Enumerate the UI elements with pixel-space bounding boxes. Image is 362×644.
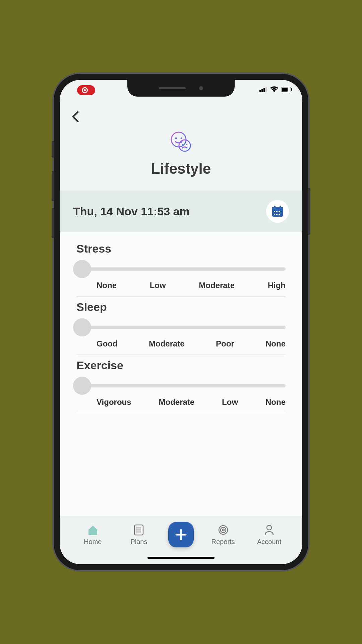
slider-mark: Low [150, 281, 166, 290]
chevron-left-icon [72, 111, 80, 122]
phone-side-button [52, 171, 54, 201]
svg-point-32 [267, 525, 272, 530]
date-row: Thu, 14 Nov 11:53 am [60, 191, 302, 232]
svg-point-12 [186, 144, 187, 145]
signal-icon [259, 86, 267, 94]
slider-mark: None [265, 339, 286, 348]
record-icon [82, 87, 88, 93]
svg-point-31 [222, 529, 224, 531]
slider-mark: None [97, 281, 117, 290]
svg-rect-21 [276, 214, 278, 215]
add-button[interactable] [168, 522, 194, 547]
slider-mark: Poor [216, 339, 234, 348]
nav-label: Home [84, 538, 102, 546]
slider-mark: Low [222, 397, 238, 407]
slider-mark: None [265, 397, 286, 407]
battery-icon [282, 86, 292, 94]
slider-thumb[interactable] [73, 377, 91, 395]
nav-plans[interactable]: Plans [122, 524, 156, 546]
exercise-slider[interactable] [76, 377, 286, 394]
home-icon [87, 524, 99, 536]
nav-label: Account [257, 538, 281, 546]
back-button[interactable] [69, 110, 82, 123]
slider-mark: Moderate [149, 339, 185, 348]
svg-point-8 [175, 138, 177, 139]
svg-point-30 [221, 527, 226, 533]
calendar-icon [271, 205, 284, 218]
slider-thumb[interactable] [73, 260, 91, 278]
nav-label: Plans [130, 538, 147, 546]
svg-rect-3 [265, 87, 267, 92]
svg-rect-22 [279, 214, 280, 215]
svg-rect-1 [261, 89, 263, 92]
slider-label: Sleep [76, 301, 286, 314]
nav-label: Reports [212, 538, 235, 546]
slider-mark: Vigorous [97, 397, 131, 407]
exercise-slider-group: Exercise Vigorous Moderate Low None [76, 359, 286, 413]
svg-rect-5 [282, 88, 288, 92]
phone-side-button [52, 208, 54, 238]
nav-account[interactable]: Account [252, 524, 286, 546]
slider-mark: Good [97, 339, 118, 348]
slider-mark: Moderate [159, 397, 194, 407]
svg-rect-19 [279, 211, 280, 212]
sleep-slider[interactable] [76, 319, 286, 336]
date-text: Thu, 14 Nov 11:53 am [73, 205, 190, 218]
svg-rect-20 [274, 214, 275, 215]
svg-rect-2 [263, 88, 265, 92]
stress-slider-group: Stress None Low Moderate High [76, 242, 286, 297]
stress-slider[interactable] [76, 261, 286, 277]
mood-icon [169, 130, 193, 154]
slider-mark: Moderate [199, 281, 235, 290]
svg-point-11 [182, 144, 183, 145]
nav-reports[interactable]: Reports [206, 524, 240, 546]
slider-thumb[interactable] [73, 318, 91, 336]
home-indicator[interactable] [147, 557, 215, 559]
slider-label: Stress [76, 242, 286, 255]
sleep-slider-group: Sleep Good Moderate Poor None [76, 301, 286, 355]
notch [127, 80, 235, 97]
svg-rect-17 [274, 211, 275, 212]
svg-rect-14 [272, 207, 283, 210]
nav-home[interactable]: Home [76, 524, 110, 546]
screen: Lifestyle Thu, 14 Nov 11:53 am [60, 80, 302, 564]
content: Stress None Low Moderate High Sleep [60, 232, 302, 516]
page-title: Lifestyle [66, 160, 296, 177]
slider-mark: High [268, 281, 286, 290]
recording-pill[interactable] [77, 85, 95, 95]
svg-rect-6 [291, 88, 292, 91]
phone-side-button [52, 141, 54, 158]
calendar-button[interactable] [266, 200, 289, 223]
svg-point-9 [181, 138, 182, 139]
phone-frame: Lifestyle Thu, 14 Nov 11:53 am [54, 74, 308, 570]
account-icon [263, 524, 275, 536]
phone-side-button [308, 188, 310, 235]
svg-rect-16 [280, 206, 281, 208]
slider-label: Exercise [76, 359, 286, 372]
reports-icon [217, 524, 229, 536]
header: Lifestyle [60, 100, 302, 191]
wifi-icon [270, 86, 278, 94]
svg-rect-0 [259, 90, 261, 92]
svg-point-10 [179, 140, 190, 151]
plus-icon [175, 529, 187, 541]
plans-icon [133, 524, 145, 536]
svg-rect-18 [276, 211, 278, 212]
svg-rect-15 [274, 206, 276, 208]
